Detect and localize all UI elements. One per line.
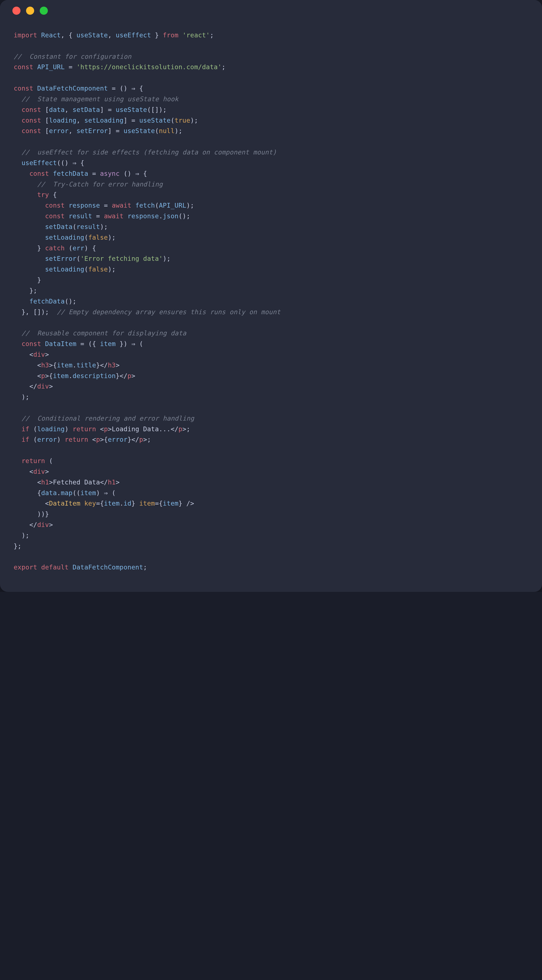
code-token — [124, 212, 127, 220]
code-token: item — [163, 500, 178, 507]
code-token: ( — [76, 255, 80, 262]
code-token: useState — [116, 106, 147, 113]
code-token: >; — [143, 436, 151, 443]
code-token: }; — [14, 287, 37, 294]
code-token — [14, 223, 45, 231]
code-line: setLoading(false); — [14, 264, 528, 275]
code-token — [68, 563, 72, 571]
code-token: ) ⇒ ( — [96, 489, 116, 496]
code-token — [14, 117, 22, 124]
code-line — [14, 41, 528, 51]
code-token: ] = — [108, 127, 124, 135]
code-token: setData — [45, 223, 73, 231]
code-token: React — [41, 32, 61, 39]
code-token: > — [116, 479, 119, 486]
code-token: ( — [29, 436, 37, 443]
code-token — [14, 95, 22, 103]
code-token — [65, 202, 68, 209]
code-token — [14, 266, 45, 273]
code-token — [178, 32, 182, 39]
code-token: p — [127, 372, 131, 380]
code-token: > — [49, 521, 53, 528]
code-line: // Conditional rendering and error handl… — [14, 413, 528, 424]
code-token: // Constant for configuration — [14, 53, 131, 60]
code-token — [14, 170, 29, 177]
code-line: fetchData(); — [14, 296, 528, 307]
code-token: p — [96, 436, 100, 443]
code-token: DataItem — [45, 340, 76, 348]
code-token: error — [37, 436, 57, 443]
code-token: ( — [73, 223, 76, 231]
code-token: = — [88, 170, 100, 177]
code-token: (); — [178, 212, 190, 220]
code-token: , — [76, 117, 84, 124]
code-content[interactable]: import React, { useState, useEffect } fr… — [0, 21, 542, 592]
code-line — [14, 136, 528, 147]
code-line — [14, 72, 528, 83]
code-token: }, []); — [14, 308, 57, 316]
code-token: err — [73, 244, 84, 252]
code-token: < — [88, 436, 96, 443]
code-token: , { — [61, 32, 77, 39]
code-token: ( — [29, 425, 37, 433]
code-line — [14, 552, 528, 562]
code-token: ; — [222, 63, 226, 71]
code-token: ] = — [124, 117, 140, 124]
code-token: ) — [65, 425, 73, 433]
code-token: , — [65, 106, 73, 113]
maximize-icon[interactable] — [40, 6, 48, 15]
code-token: // useEffect for side effects (fetching … — [22, 148, 277, 156]
code-token: useState — [139, 117, 171, 124]
code-token: DataFetchComponent — [37, 84, 108, 92]
code-token: try — [37, 191, 49, 199]
code-token: result — [76, 223, 100, 231]
code-token: setData — [73, 106, 100, 113]
code-token: } — [14, 276, 41, 284]
minimize-icon[interactable] — [26, 6, 34, 15]
code-token: ); — [163, 255, 171, 262]
code-token: } /> — [178, 500, 194, 507]
code-token: id — [124, 500, 132, 507]
code-token — [14, 159, 22, 167]
code-line: try { — [14, 189, 528, 200]
code-token: }</ — [127, 436, 139, 443]
code-token: await — [104, 212, 124, 220]
code-token: ); — [108, 234, 116, 241]
code-token: [ — [41, 127, 49, 135]
code-token: setLoading — [45, 234, 84, 241]
code-token: if — [22, 425, 29, 433]
code-token: useEffect — [22, 159, 57, 167]
code-token: >{ — [49, 361, 57, 369]
code-token: [ — [41, 117, 49, 124]
code-token: ( — [84, 234, 88, 241]
code-token: json — [163, 212, 178, 220]
code-token: ( — [84, 266, 88, 273]
code-token: const — [45, 212, 65, 220]
close-icon[interactable] — [13, 6, 21, 15]
code-token: // State management using useState hook — [22, 95, 178, 103]
code-token: from — [163, 32, 178, 39]
code-token: ) — [57, 436, 65, 443]
code-token: p — [41, 372, 45, 380]
code-line: setLoading(false); — [14, 232, 528, 243]
code-line: const result = await response.json(); — [14, 211, 528, 221]
code-token: . — [119, 500, 124, 507]
code-token: { — [14, 489, 41, 496]
code-token: export — [14, 563, 37, 571]
code-line: setError('Error fetching data'); — [14, 253, 528, 264]
code-token: item — [100, 340, 116, 348]
code-token: . — [159, 212, 163, 220]
code-line: {data.map((item) ⇒ ( — [14, 488, 528, 498]
code-token: await — [112, 202, 131, 209]
code-token — [14, 180, 37, 188]
code-token: = — [100, 202, 112, 209]
code-token — [14, 425, 22, 433]
code-line: ))} — [14, 509, 528, 519]
code-line: ); — [14, 392, 528, 402]
code-token: error — [108, 436, 127, 443]
code-token: error — [49, 127, 68, 135]
code-token: > — [116, 361, 119, 369]
code-line: }; — [14, 285, 528, 296]
code-line: const DataFetchComponent = () ⇒ { — [14, 83, 528, 94]
code-line: </div> — [14, 381, 528, 392]
